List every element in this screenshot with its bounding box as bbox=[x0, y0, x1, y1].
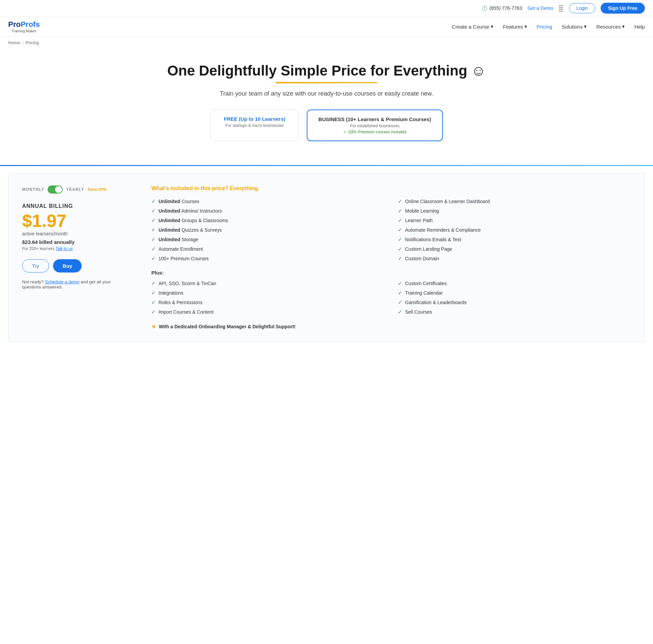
price-unit: active learners/month bbox=[22, 231, 131, 236]
billing-toggle: MONTHLY YEARLY Save 20% bbox=[22, 185, 131, 194]
feature-unlimited-courses: ✓ Unlimited Courses bbox=[151, 198, 384, 204]
get-demo-link[interactable]: Get a Demo bbox=[528, 5, 553, 11]
buy-button[interactable]: Buy bbox=[53, 259, 82, 273]
nav-create-course[interactable]: Create a Course ▾ bbox=[452, 23, 493, 30]
nav-help[interactable]: Help bbox=[634, 24, 645, 30]
login-button[interactable]: Login bbox=[569, 3, 595, 13]
logo-pro: Pro bbox=[8, 20, 21, 29]
feature-automate-enrollment: ✓ Automate Enrollment bbox=[151, 246, 384, 252]
star-icon: ★ bbox=[151, 323, 156, 330]
feature-custom-certs: ✓ Custom Certificates bbox=[398, 280, 631, 286]
check-icon: ✓ bbox=[151, 309, 156, 315]
nav-pricing[interactable]: Pricing bbox=[537, 24, 552, 30]
feature-integrations: ✓ Integrations bbox=[151, 290, 384, 296]
nav-links: Create a Course ▾ Features ▾ Pricing Sol… bbox=[452, 23, 645, 30]
plus-label: Plus: bbox=[151, 270, 631, 276]
nav-help-label: Help bbox=[634, 24, 645, 30]
top-bar: 🕐 (855) 776-7763 Get a Demo ⣿ Login Sign… bbox=[0, 0, 653, 17]
check-icon: ✓ bbox=[398, 208, 402, 214]
plan-business-title: BUSINESS (10+ Learners & Premium Courses… bbox=[318, 116, 431, 122]
not-ready-text: Not ready? Schedule a demo and get all y… bbox=[22, 279, 131, 290]
plan-business[interactable]: BUSINESS (10+ Learners & Premium Courses… bbox=[307, 110, 442, 141]
plus-grid: ✓ API, SSO, Scorm & TinCan ✓ Integration… bbox=[151, 280, 631, 315]
breadcrumb: Home › Pricing bbox=[0, 37, 653, 49]
plan-toggle: FREE (Up to 10 Learners) For startups & … bbox=[8, 110, 645, 141]
plan-business-note: ✓ 100+ Premium courses included bbox=[318, 130, 431, 134]
breadcrumb-home[interactable]: Home bbox=[8, 40, 20, 45]
signup-button[interactable]: Sign Up Free bbox=[601, 3, 645, 14]
feature-notifications: ✓ Notifications Emails & Text bbox=[398, 236, 631, 243]
logo-profs: Profs bbox=[21, 20, 40, 29]
check-icon: ✓ bbox=[151, 208, 156, 214]
logo-subtitle: Training Maker bbox=[8, 29, 40, 33]
clock-icon: 🕐 bbox=[482, 5, 487, 11]
schedule-demo-link[interactable]: Schedule a demo bbox=[45, 279, 79, 284]
monthly-label: MONTHLY bbox=[22, 187, 44, 192]
feature-mobile-learning: ✓ Mobile Learning bbox=[398, 208, 631, 214]
price-note: For 200+ learners Talk to us bbox=[22, 246, 131, 251]
check-icon: ✓ bbox=[398, 236, 402, 243]
features-col1: ✓ Unlimited Courses ✓ Unlimited Admins/ … bbox=[151, 198, 384, 262]
feature-custom-domain: ✓ Custom Domain bbox=[398, 255, 631, 262]
billing-toggle-switch[interactable] bbox=[48, 185, 63, 194]
phone-number: 🕐 (855) 776-7763 bbox=[482, 5, 522, 11]
feature-gamification: ✓ Gamification & Leaderboards bbox=[398, 299, 631, 306]
nav-create-course-label: Create a Course bbox=[452, 24, 489, 30]
breadcrumb-separator: › bbox=[22, 40, 23, 45]
feature-unlimited-admins: ✓ Unlimited Admins/ Instructors bbox=[151, 208, 384, 214]
nav-pricing-label: Pricing bbox=[537, 24, 552, 30]
price-display: $1.97 bbox=[22, 212, 131, 230]
grid-icon[interactable]: ⣿ bbox=[558, 4, 564, 12]
main-nav: Pro Profs Training Maker Create a Course… bbox=[0, 17, 653, 37]
logo[interactable]: Pro Profs Training Maker bbox=[8, 20, 40, 33]
plan-free[interactable]: FREE (Up to 10 Learners) For startups & … bbox=[210, 110, 299, 141]
check-icon: ✓ bbox=[151, 280, 156, 286]
pricing-section: MONTHLY YEARLY Save 20% ANNUAL BILLING $… bbox=[8, 173, 645, 342]
features-header: What's included in this price? Everythin… bbox=[151, 185, 631, 192]
plan-business-sub: For established businesses bbox=[318, 123, 431, 128]
feature-automate-reminders: ✓ Automate Reminders & Compliance bbox=[398, 227, 631, 233]
learner-note: For 200+ learners bbox=[22, 246, 54, 251]
check-icon: ✓ bbox=[151, 236, 156, 243]
hero-title: One Delightfully Simple Price for Everyt… bbox=[8, 62, 645, 79]
chevron-down-icon: ▾ bbox=[491, 23, 493, 30]
feature-sell-courses: ✓ Sell Courses bbox=[398, 309, 631, 315]
check-icon: ✓ bbox=[151, 217, 156, 224]
not-ready-prefix: Not ready? bbox=[22, 279, 44, 284]
check-icon: ✓ bbox=[398, 217, 402, 224]
phone-text: (855) 776-7763 bbox=[489, 5, 522, 11]
check-icon: ✓ bbox=[398, 246, 402, 252]
feature-training-calendar: ✓ Training Calendar bbox=[398, 290, 631, 296]
check-icon: ✓ bbox=[151, 299, 156, 306]
nav-resources[interactable]: Resources ▾ bbox=[596, 23, 625, 30]
check-icon: ✓ bbox=[151, 290, 156, 296]
feature-custom-landing: ✓ Custom Landing Page bbox=[398, 246, 631, 252]
features-grid: ✓ Unlimited Courses ✓ Unlimited Admins/ … bbox=[151, 198, 631, 262]
features-col2: ✓ Online Classroom & Learner Dashboard ✓… bbox=[398, 198, 631, 262]
breadcrumb-current: Pricing bbox=[26, 40, 39, 45]
features-header-prefix: What's included in this price? bbox=[151, 185, 228, 191]
feature-unlimited-quizzes: ✓ Unlimited Quizzes & Surveys bbox=[151, 227, 384, 233]
feature-unlimited-storage: ✓ Unlimited Storage bbox=[151, 236, 384, 243]
try-button[interactable]: Try bbox=[22, 259, 49, 273]
feature-premium-courses: ✓ 100+ Premium Courses bbox=[151, 255, 384, 262]
nav-solutions[interactable]: Solutions ▾ bbox=[562, 23, 587, 30]
hero-section: One Delightfully Simple Price for Everyt… bbox=[0, 49, 653, 165]
chevron-down-icon: ▾ bbox=[622, 23, 625, 30]
yearly-label: YEARLY bbox=[66, 187, 84, 192]
check-icon: ✓ bbox=[398, 255, 402, 262]
feature-import-courses: ✓ Import Courses & Content bbox=[151, 309, 384, 315]
pricing-right-panel: What's included in this price? Everythin… bbox=[151, 185, 631, 330]
billing-type-label: ANNUAL BILLING bbox=[22, 203, 131, 209]
check-icon: ✓ bbox=[151, 198, 156, 204]
annual-price-value: $23.64 bbox=[22, 239, 38, 245]
check-icon: ✓ bbox=[151, 246, 156, 252]
hero-underline bbox=[275, 82, 378, 83]
check-icon: ✓ bbox=[398, 227, 402, 233]
feature-online-classroom: ✓ Online Classroom & Learner Dashboard bbox=[398, 198, 631, 204]
talk-to-us-link[interactable]: Talk to us bbox=[55, 246, 73, 251]
hero-subtitle: Train your team of any size with our rea… bbox=[8, 90, 645, 97]
feature-roles: ✓ Roles & Permissions bbox=[151, 299, 384, 306]
nav-features[interactable]: Features ▾ bbox=[503, 23, 527, 30]
save-badge: Save 20% bbox=[88, 187, 106, 192]
